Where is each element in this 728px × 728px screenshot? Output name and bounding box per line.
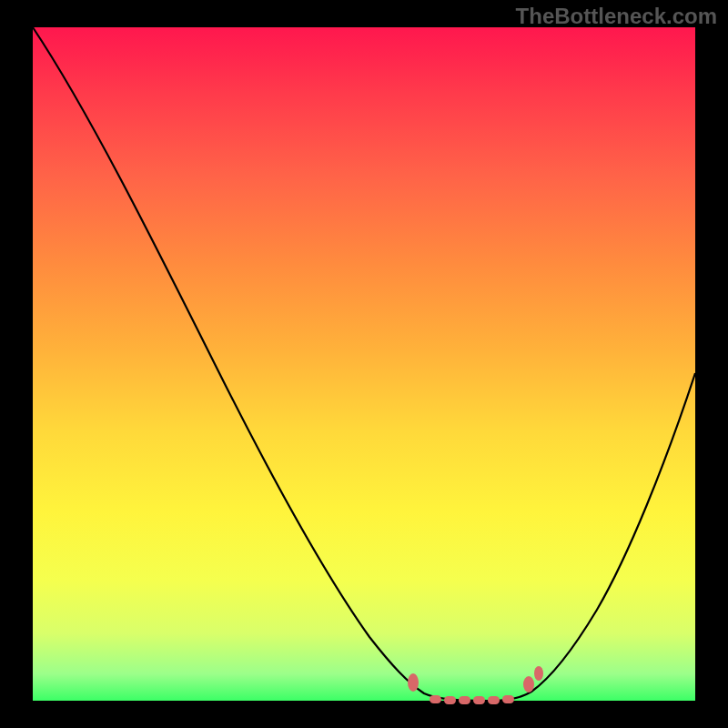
marker-right-tick-upper — [534, 666, 543, 681]
svg-rect-1 — [444, 696, 456, 704]
plot-area — [33, 27, 695, 701]
marker-left-tick — [408, 673, 419, 692]
svg-rect-5 — [502, 695, 514, 703]
bottleneck-curve — [33, 27, 695, 701]
marker-right-tick — [523, 676, 534, 693]
watermark-text: TheBottleneck.com — [516, 4, 717, 29]
svg-rect-4 — [488, 696, 500, 704]
svg-rect-2 — [459, 696, 470, 704]
curve-svg — [33, 27, 695, 701]
svg-rect-0 — [430, 695, 441, 703]
svg-rect-3 — [473, 696, 485, 704]
